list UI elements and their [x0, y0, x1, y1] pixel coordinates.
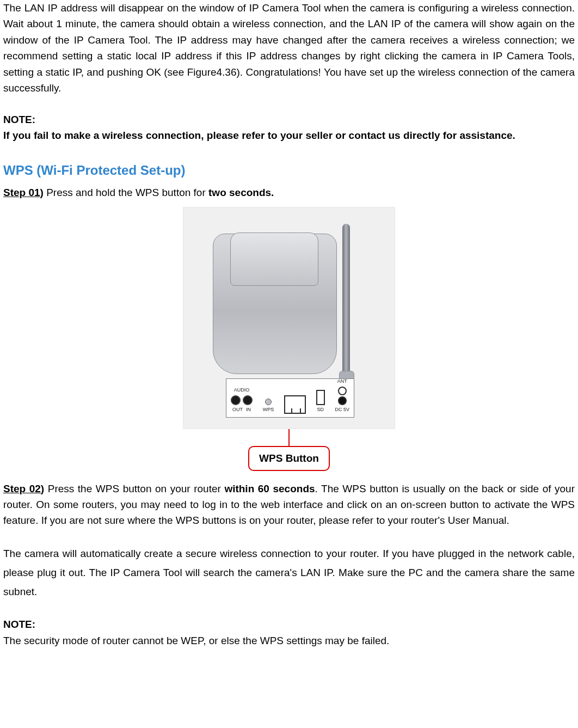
section-heading-wps: WPS (Wi-Fi Protected Set-up) — [3, 160, 575, 180]
camera-head-icon — [230, 233, 318, 286]
after-step02-paragraph: The camera will automatically create a s… — [3, 544, 575, 601]
intro-paragraph: The LAN IP address will disappear on the… — [3, 0, 575, 96]
ant-port-group: ANT DC 5V — [335, 378, 349, 414]
audio-out-jack-icon — [231, 395, 241, 405]
ant-label: ANT — [337, 378, 347, 386]
sd-slot-icon — [316, 390, 325, 405]
sd-label: SD — [317, 406, 324, 414]
step02-text-before: Press the WPS button on your router — [44, 483, 224, 494]
wps-port-group: WPS — [263, 399, 274, 414]
note2-label: NOTE: — [3, 616, 575, 632]
step02-paragraph: Step 02) Press the WPS button on your ro… — [3, 481, 575, 529]
dc-connector-icon — [338, 396, 347, 405]
note2-body: The security mode of router cannot be WE… — [3, 633, 575, 649]
lan-port-icon — [284, 395, 306, 414]
wps-button-icon — [265, 399, 272, 405]
lan-port-group — [284, 395, 306, 414]
note1-label: NOTE: — [3, 112, 575, 127]
dc-label: DC 5V — [335, 406, 349, 414]
note1-body: If you fail to make a wireless connectio… — [3, 127, 575, 143]
wps-callout: WPS Button — [248, 446, 330, 470]
callout-line-icon — [288, 428, 290, 446]
audio-port-group: AUDIO OUT IN — [231, 387, 253, 414]
port-panel: AUDIO OUT IN WPS — [226, 378, 354, 418]
antenna-icon — [342, 224, 350, 382]
step01-text: Press and hold the WPS button for — [44, 187, 208, 198]
document-page: The LAN IP address will disappear on the… — [0, 0, 578, 728]
step02-bold: within 60 seconds — [224, 483, 315, 494]
step02-label: Step 02 — [3, 483, 41, 494]
ant-connector-icon — [338, 387, 347, 395]
out-label: OUT — [232, 406, 243, 414]
step01-line: Step 01) Press and hold the WPS button f… — [3, 185, 575, 200]
step01-label: Step 01 — [3, 187, 40, 198]
in-label: IN — [246, 406, 251, 414]
camera-illustration: AUDIO OUT IN WPS — [183, 207, 395, 429]
camera-figure: AUDIO OUT IN WPS — [3, 207, 575, 470]
step01-bold: two seconds. — [208, 187, 274, 198]
audio-in-jack-icon — [243, 395, 253, 405]
sd-port-group: SD — [316, 390, 325, 414]
wps-label: WPS — [263, 406, 274, 414]
audio-label: AUDIO — [234, 387, 250, 394]
